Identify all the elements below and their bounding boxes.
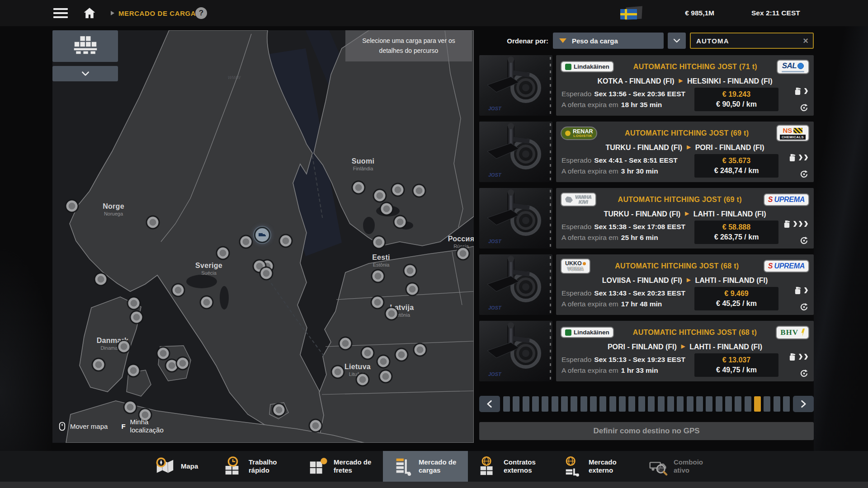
city-marker[interactable] — [217, 248, 229, 259]
city-marker[interactable] — [261, 268, 272, 279]
page-block[interactable] — [725, 396, 732, 412]
city-marker[interactable] — [373, 237, 385, 248]
page-block[interactable] — [764, 396, 770, 412]
page-block[interactable] — [599, 396, 606, 412]
page-block[interactable] — [628, 396, 635, 412]
cargo-offer-row[interactable]: UKKOVOIMA AUTOMATIC HITCHING JOST (68 t)… — [479, 254, 814, 315]
city-marker[interactable] — [407, 284, 418, 295]
city-marker[interactable] — [158, 348, 169, 359]
page-block[interactable] — [658, 396, 665, 412]
city-marker[interactable] — [374, 190, 386, 202]
city-marker[interactable] — [125, 402, 136, 413]
city-marker[interactable] — [66, 201, 78, 212]
page-block[interactable] — [503, 396, 510, 412]
city-marker[interactable] — [405, 265, 416, 277]
city-marker[interactable] — [396, 349, 407, 361]
city-marker[interactable] — [201, 297, 212, 308]
world-map[interactable]: www NorgeNoruegaSverigeSuéciaSuomiFinlân… — [52, 30, 474, 443]
city-marker[interactable] — [131, 312, 142, 323]
set-gps-destination-button[interactable]: Definir como destino no GPS — [479, 422, 814, 440]
page-block[interactable] — [687, 396, 693, 412]
cargo-thumbnail[interactable] — [479, 321, 552, 381]
city-marker[interactable] — [241, 236, 252, 248]
cargo-filter-button[interactable] — [52, 30, 118, 62]
help-icon[interactable]: ? — [195, 7, 207, 19]
city-marker[interactable] — [128, 298, 140, 309]
city-marker[interactable] — [415, 344, 426, 356]
city-marker[interactable] — [93, 359, 104, 371]
tab-quick-job[interactable]: Trabalho rápido — [213, 451, 298, 482]
tab-freight-market[interactable]: Mercado de fretes — [298, 451, 383, 482]
cargo-offer-row[interactable]: RENARLOGISTIK AUTOMATIC HITCHING JOST (6… — [479, 122, 814, 182]
page-block[interactable] — [774, 396, 780, 412]
city-marker[interactable] — [280, 235, 292, 247]
page-block[interactable] — [513, 396, 519, 412]
page-block[interactable] — [735, 396, 741, 412]
clear-search-icon[interactable]: × — [803, 36, 808, 45]
cargo-thumbnail[interactable] — [479, 122, 552, 182]
page-block[interactable] — [745, 396, 751, 412]
page-block[interactable] — [571, 396, 577, 412]
page-block[interactable] — [667, 396, 674, 412]
page-block[interactable] — [523, 396, 529, 412]
tab-cargo-market[interactable]: Mercado de cargas — [383, 451, 468, 482]
page-block[interactable] — [716, 396, 722, 412]
collapse-filter-button[interactable] — [52, 66, 118, 81]
city-marker[interactable] — [353, 182, 364, 193]
city-marker[interactable] — [118, 341, 130, 352]
page-block[interactable] — [677, 396, 684, 412]
menu-icon[interactable] — [53, 8, 68, 18]
page-block[interactable] — [783, 396, 790, 412]
city-marker[interactable] — [166, 360, 178, 371]
city-marker[interactable] — [310, 420, 321, 432]
city-marker[interactable] — [147, 217, 159, 228]
city-marker[interactable] — [380, 371, 392, 382]
city-marker[interactable] — [414, 185, 425, 197]
home-icon[interactable] — [82, 6, 97, 20]
next-page-button[interactable] — [793, 396, 814, 412]
tab-external-market[interactable]: Mercado externo — [553, 451, 638, 482]
city-marker[interactable] — [274, 404, 285, 416]
sort-dropdown[interactable]: Peso da carga — [553, 33, 664, 49]
city-marker[interactable] — [95, 274, 107, 285]
page-block[interactable] — [648, 396, 655, 412]
page-block[interactable] — [561, 396, 568, 412]
cargo-thumbnail[interactable] — [479, 55, 552, 116]
city-marker[interactable] — [392, 184, 404, 196]
city-marker[interactable] — [395, 216, 406, 228]
tab-active-convoy[interactable]: Comboio ativo — [638, 451, 723, 482]
city-marker[interactable] — [128, 365, 139, 376]
city-marker[interactable] — [458, 248, 469, 259]
city-marker[interactable] — [381, 203, 392, 215]
page-block[interactable] — [590, 396, 597, 412]
city-marker[interactable] — [340, 338, 351, 349]
prev-page-button[interactable] — [479, 396, 500, 412]
page-block[interactable] — [580, 396, 587, 412]
tab-external-contracts[interactable]: Contratos externos — [468, 451, 553, 482]
city-marker[interactable] — [373, 271, 384, 282]
player-location-marker[interactable] — [254, 227, 270, 243]
city-marker[interactable] — [177, 358, 189, 369]
search-box[interactable]: × — [690, 33, 814, 49]
city-marker[interactable] — [332, 366, 344, 378]
page-block[interactable] — [638, 396, 645, 412]
search-input[interactable] — [695, 37, 800, 45]
cargo-offer-row[interactable]: Lindakäinen AUTOMATIC HITCHING JOST (68 … — [479, 321, 814, 381]
cargo-offer-row[interactable]: VANHAKIVI AUTOMATIC HITCHING JOST (69 t)… — [479, 188, 814, 249]
page-block[interactable] — [696, 396, 703, 412]
city-marker[interactable] — [386, 308, 397, 319]
page-block[interactable] — [609, 396, 616, 412]
city-marker[interactable] — [173, 285, 184, 296]
page-block[interactable] — [542, 396, 548, 412]
cargo-thumbnail[interactable] — [479, 254, 552, 315]
page-block[interactable] — [706, 396, 712, 412]
page-block[interactable] — [619, 396, 626, 412]
sort-expand-button[interactable] — [668, 33, 686, 49]
cargo-offer-row[interactable]: Lindakäinen AUTOMATIC HITCHING JOST (71 … — [479, 55, 814, 116]
city-marker[interactable] — [378, 356, 389, 367]
cargo-thumbnail[interactable] — [479, 188, 552, 249]
page-block[interactable] — [552, 396, 558, 412]
city-marker[interactable] — [372, 297, 383, 308]
tab-map[interactable]: Mapa — [145, 451, 213, 482]
page-block[interactable] — [532, 396, 539, 412]
